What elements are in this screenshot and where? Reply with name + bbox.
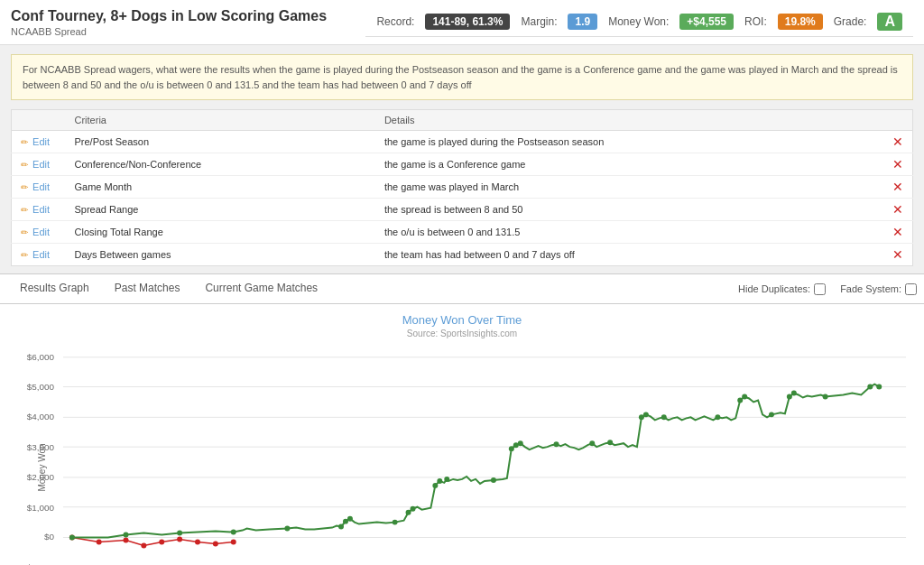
svg-point-72 xyxy=(867,384,873,390)
chart-source: Source: SportsInsights.com xyxy=(9,329,915,338)
hide-duplicates-checkbox[interactable] xyxy=(814,283,826,295)
pencil-icon: ✏ xyxy=(21,250,28,260)
svg-point-53 xyxy=(437,478,442,484)
criteria-cell: Days Between games xyxy=(66,244,375,266)
svg-point-63 xyxy=(643,412,649,417)
svg-point-45 xyxy=(284,526,290,532)
chart-svg: $6,000 $5,000 $4,000 $3,000 $2,000 $1,00… xyxy=(54,346,915,565)
svg-text:$1,000: $1,000 xyxy=(27,503,55,513)
fade-system-option[interactable]: Fade System: xyxy=(840,283,917,295)
table-row: ✏ Edit Closing Total Range the o/u is be… xyxy=(12,221,913,244)
svg-point-44 xyxy=(231,530,236,535)
col-header-delete xyxy=(883,110,913,131)
delete-cell[interactable]: ✕ xyxy=(883,221,913,244)
svg-point-51 xyxy=(411,506,416,512)
criteria-cell: Conference/Non-Conference xyxy=(66,153,375,176)
edit-link[interactable]: Edit xyxy=(32,181,50,192)
delete-icon[interactable]: ✕ xyxy=(892,134,903,149)
tab-results-graph[interactable]: Results Graph xyxy=(7,274,102,303)
tab-current-game-matches[interactable]: Current Game Matches xyxy=(192,274,330,303)
delete-cell[interactable]: ✕ xyxy=(883,176,913,199)
delete-cell[interactable]: ✕ xyxy=(883,153,913,176)
details-cell: the spread is between 8 and 50 xyxy=(375,199,883,221)
edit-link[interactable]: Edit xyxy=(32,227,50,237)
table-row: ✏ Edit Pre/Post Season the game is playe… xyxy=(12,131,913,153)
tab-past-matches[interactable]: Past Matches xyxy=(102,274,193,303)
page-subtitle: NCAABB Spread xyxy=(11,26,327,37)
delete-cell[interactable]: ✕ xyxy=(883,199,913,221)
record-badge: 141-89, 61.3% xyxy=(425,14,510,30)
delete-icon[interactable]: ✕ xyxy=(892,202,903,217)
svg-point-64 xyxy=(661,414,667,420)
svg-point-67 xyxy=(742,394,747,400)
criteria-table: Criteria Details ✏ Edit Pre/Post Season … xyxy=(11,109,913,266)
delete-cell[interactable]: ✕ xyxy=(883,244,913,266)
money-label: Money Won: xyxy=(608,15,669,28)
svg-point-66 xyxy=(737,397,743,403)
table-row: ✏ Edit Days Between games the team has h… xyxy=(12,244,913,266)
edit-cell[interactable]: ✏ Edit xyxy=(12,244,66,266)
table-row: ✏ Edit Spread Range the spread is betwee… xyxy=(12,199,913,221)
svg-point-47 xyxy=(343,519,348,524)
svg-point-46 xyxy=(338,524,344,530)
svg-point-71 xyxy=(823,394,828,400)
delete-icon[interactable]: ✕ xyxy=(892,247,903,262)
svg-point-38 xyxy=(195,540,200,545)
svg-point-50 xyxy=(406,510,411,515)
details-cell: the game is a Conference game xyxy=(375,153,883,176)
edit-link[interactable]: Edit xyxy=(32,136,50,147)
tabs-bar: Results Graph Past Matches Current Game … xyxy=(0,273,924,304)
details-cell: the team has had between 0 and 7 days of… xyxy=(375,244,883,266)
edit-link[interactable]: Edit xyxy=(32,249,50,260)
pencil-icon: ✏ xyxy=(21,205,28,215)
svg-point-34 xyxy=(124,538,129,543)
roi-badge: 19.8% xyxy=(778,14,823,30)
tab-options: Hide Duplicates: Fade System: xyxy=(738,283,917,295)
svg-point-62 xyxy=(639,414,644,420)
fade-system-checkbox[interactable] xyxy=(905,283,917,295)
table-row: ✏ Edit Game Month the game was played in… xyxy=(12,176,913,199)
svg-point-56 xyxy=(509,446,514,451)
grade-badge: A xyxy=(877,13,902,31)
pencil-icon: ✏ xyxy=(21,137,28,147)
delete-cell[interactable]: ✕ xyxy=(883,131,913,153)
delete-icon[interactable]: ✕ xyxy=(892,157,903,171)
edit-cell[interactable]: ✏ Edit xyxy=(12,176,66,199)
red-line xyxy=(72,538,234,546)
edit-cell[interactable]: ✏ Edit xyxy=(12,199,66,221)
svg-point-52 xyxy=(432,483,438,488)
edit-cell[interactable]: ✏ Edit xyxy=(12,153,66,176)
svg-point-49 xyxy=(393,520,398,525)
edit-cell[interactable]: ✏ Edit xyxy=(12,221,66,244)
pencil-icon: ✏ xyxy=(21,182,28,192)
margin-badge: 1.9 xyxy=(568,14,597,30)
edit-cell[interactable]: ✏ Edit xyxy=(12,131,66,153)
pencil-icon: ✏ xyxy=(21,227,28,237)
margin-label: Margin: xyxy=(521,15,557,28)
svg-point-39 xyxy=(213,541,218,546)
grade-label: Grade: xyxy=(834,15,867,28)
svg-point-33 xyxy=(97,540,102,545)
edit-link[interactable]: Edit xyxy=(32,159,50,170)
description-text: For NCAABB Spread wagers, what were the … xyxy=(23,64,898,90)
delete-icon[interactable]: ✕ xyxy=(892,225,903,239)
details-cell: the o/u is between 0 and 131.5 xyxy=(375,221,883,244)
header: Conf Tourney, 8+ Dogs in Low Scoring Gam… xyxy=(0,0,924,45)
svg-point-73 xyxy=(876,384,882,390)
svg-point-54 xyxy=(444,477,449,482)
details-cell: the game is played during the Postseason… xyxy=(375,131,883,153)
table-row: ✏ Edit Conference/Non-Conference the gam… xyxy=(12,153,913,176)
hide-duplicates-option[interactable]: Hide Duplicates: xyxy=(738,283,826,295)
pencil-icon: ✏ xyxy=(21,160,28,170)
delete-icon[interactable]: ✕ xyxy=(892,180,903,194)
col-header-criteria: Criteria xyxy=(66,110,375,131)
criteria-cell: Spread Range xyxy=(66,199,375,221)
svg-point-69 xyxy=(787,394,792,400)
edit-link[interactable]: Edit xyxy=(32,204,50,215)
svg-point-40 xyxy=(231,540,236,545)
description-box: For NCAABB Spread wagers, what were the … xyxy=(11,54,913,100)
col-header-details: Details xyxy=(375,110,883,131)
criteria-cell: Closing Total Range xyxy=(66,221,375,244)
svg-point-41 xyxy=(69,535,75,541)
stats-bar: Record: 141-89, 61.3% Margin: 1.9 Money … xyxy=(365,7,913,37)
